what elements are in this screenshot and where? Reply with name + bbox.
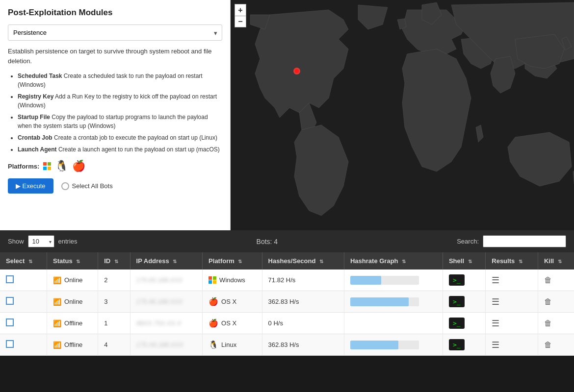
ip-address: 175.65.188.XXX — [136, 276, 183, 284]
shell-button[interactable]: >_ — [449, 296, 465, 307]
panel-title: Post-Exploitation Modules — [8, 8, 222, 18]
bots-table: Select ⇅ Status ⇅ ID ⇅ IP Address ⇅ Plat… — [0, 252, 574, 356]
map-zoom-out-button[interactable]: − — [235, 16, 246, 27]
windows-platform-icon — [43, 162, 51, 170]
kill-button[interactable]: 🗑 — [544, 297, 552, 306]
status-text: Online — [64, 276, 83, 284]
linux-platform-icon: 🐧 — [55, 161, 68, 172]
wifi-icon: 📶 — [53, 341, 61, 349]
row-checkbox[interactable] — [6, 297, 14, 305]
select-all-radio[interactable] — [61, 182, 69, 190]
kill-button[interactable]: 🗑 — [544, 319, 552, 327]
results-icon[interactable]: ☰ — [492, 318, 499, 328]
table-controls: Show 10 25 50 100 ▾ entries Bots: 4 Sear… — [0, 230, 574, 252]
cell-platform: 🍎OS X — [203, 291, 262, 313]
ip-address: 175.46.188.XXX — [136, 298, 183, 305]
wifi-icon: 📶 — [53, 298, 61, 306]
list-item: Scheduled Task Create a scheduled task t… — [18, 72, 222, 89]
hashrate-bar — [350, 297, 409, 306]
table-row: 📶Online3175.46.188.XXX🍎OS X362.83 H/s>_☰… — [0, 291, 574, 313]
cell-shell: >_ — [443, 291, 485, 313]
cell-ip: 98XX.75X.XX.X — [130, 313, 203, 334]
cell-hashrate-graph — [344, 334, 443, 356]
cell-id: 2 — [98, 270, 130, 291]
row-checkbox[interactable] — [6, 318, 14, 326]
col-results[interactable]: Results ⇅ — [486, 252, 538, 270]
cell-hashes: 362.83 H/s — [262, 334, 344, 356]
col-status[interactable]: Status ⇅ — [47, 252, 98, 270]
execute-button[interactable]: ▶ Execute — [8, 178, 53, 194]
cell-hashes: 0 H/s — [262, 313, 344, 334]
cell-shell: >_ — [443, 334, 485, 356]
col-select[interactable]: Select ⇅ — [0, 252, 47, 270]
cell-ip: 175.65.188.XXX — [130, 270, 203, 291]
kill-button[interactable]: 🗑 — [544, 341, 552, 349]
col-kill[interactable]: Kill ⇅ — [538, 252, 574, 270]
list-item: Registry Key Add a Run Key to the regist… — [18, 92, 222, 110]
col-hashgraph[interactable]: Hashrate Graph ⇅ — [344, 252, 443, 270]
entries-select-wrapper: 10 25 50 100 ▾ — [28, 235, 54, 247]
cell-hashes: 362.83 H/s — [262, 291, 344, 313]
wifi-icon: 📶 — [53, 276, 61, 284]
apple-icon: 🍎 — [209, 297, 218, 306]
cell-hashrate-graph — [344, 313, 443, 334]
col-platform[interactable]: Platform ⇅ — [203, 252, 262, 270]
cell-hashes: 71.82 H/s — [262, 270, 344, 291]
search-area: Search: — [457, 235, 566, 247]
cell-results: ☰ — [486, 270, 538, 291]
row-checkbox[interactable] — [6, 275, 14, 283]
cell-results: ☰ — [486, 334, 538, 356]
cell-ip: 175.X6.188.XXX — [130, 334, 203, 356]
cell-platform: Windows — [203, 270, 262, 291]
platform-name: Windows — [219, 276, 245, 284]
status-text: Offline — [64, 319, 82, 327]
cell-status: 📶Offline — [47, 313, 98, 334]
table-row: 📶Online2175.65.188.XXXWindows71.82 H/s>_… — [0, 270, 574, 291]
bots-count: Bots: 4 — [81, 238, 453, 245]
row-checkbox[interactable] — [6, 340, 14, 348]
table-body: 📶Online2175.65.188.XXXWindows71.82 H/s>_… — [0, 270, 574, 356]
cell-results: ☰ — [486, 291, 538, 313]
list-item: Crontab Job Create a crontab job to exec… — [18, 133, 222, 142]
col-ip[interactable]: IP Address ⇅ — [130, 252, 203, 270]
hashrate-bar — [350, 276, 381, 285]
status-text: Offline — [64, 341, 82, 348]
shell-button[interactable]: >_ — [449, 274, 465, 286]
col-shell[interactable]: Shell ⇅ — [443, 252, 485, 270]
cell-platform: 🐧Linux — [203, 334, 262, 356]
status-text: Online — [64, 298, 83, 305]
shell-button[interactable]: >_ — [449, 318, 465, 329]
module-select[interactable]: Persistence Keylogger Screenshot Downloa… — [8, 24, 222, 41]
cell-id: 4 — [98, 334, 130, 356]
cell-select — [0, 291, 47, 313]
search-label: Search: — [457, 238, 479, 245]
map-panel: + − — [231, 0, 574, 230]
wifi-icon: 📶 — [53, 319, 61, 327]
shell-button[interactable]: >_ — [449, 339, 465, 350]
show-label: Show — [8, 238, 24, 245]
search-input[interactable] — [483, 235, 566, 247]
col-id[interactable]: ID ⇅ — [98, 252, 130, 270]
hashrate-bar — [350, 341, 398, 349]
platform-name: Linux — [221, 341, 236, 348]
map-zoom-in-button[interactable]: + — [235, 4, 246, 16]
apple-icon: 🍎 — [209, 318, 218, 328]
cell-hashrate-graph — [344, 291, 443, 313]
results-icon[interactable]: ☰ — [492, 275, 499, 285]
select-all-bots-label[interactable]: Select All Bots — [61, 182, 113, 190]
cell-kill: 🗑 — [538, 291, 574, 313]
kill-button[interactable]: 🗑 — [544, 276, 552, 284]
results-icon[interactable]: ☰ — [492, 340, 499, 350]
col-hashes[interactable]: Hashes/Second ⇅ — [262, 252, 344, 270]
platform-name: OS X — [221, 298, 236, 305]
entries-select[interactable]: 10 25 50 100 — [28, 235, 54, 247]
cell-hashrate-graph — [344, 270, 443, 291]
cell-select — [0, 334, 47, 356]
ip-address: 175.X6.188.XXX — [136, 341, 183, 348]
cell-select — [0, 313, 47, 334]
results-icon[interactable]: ☰ — [492, 297, 499, 307]
hashrate-bar-container — [350, 341, 419, 349]
cell-id: 3 — [98, 291, 130, 313]
cell-results: ☰ — [486, 313, 538, 334]
platform-name: OS X — [221, 319, 236, 327]
